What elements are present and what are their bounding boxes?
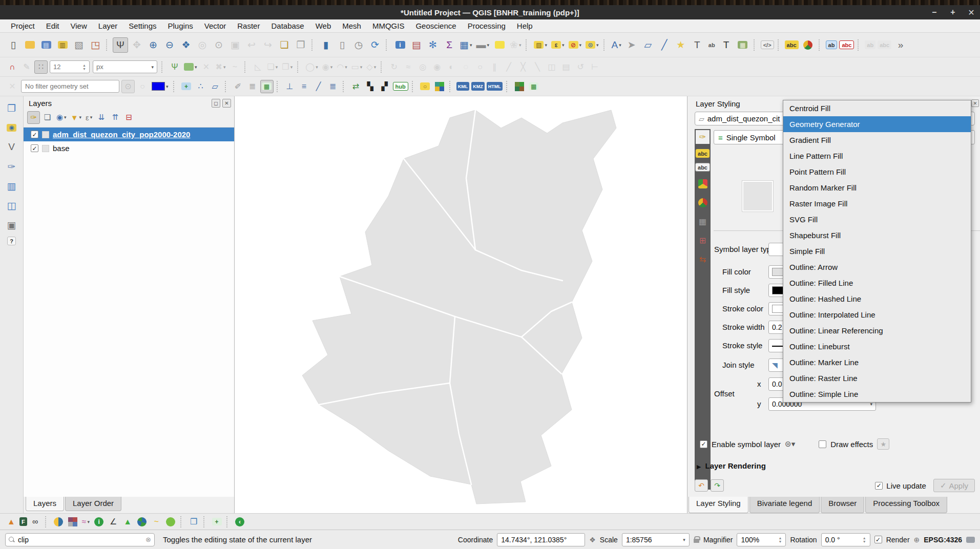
close-panel-icon[interactable]: ✕ — [222, 99, 231, 108]
measure-button[interactable]: ▬▾ — [474, 37, 491, 53]
symbol-layer-type-option[interactable]: Centroid Fill — [783, 100, 971, 116]
layer-labeling-button[interactable]: abc — [785, 40, 799, 49]
deselect-all-button[interactable]: ⊘▾ — [567, 37, 583, 53]
add-text-annotation-button[interactable]: T — [690, 37, 705, 53]
layer-diagram-button[interactable] — [800, 37, 816, 53]
lock-scale-icon[interactable] — [694, 539, 699, 543]
profile-diagonal-button[interactable]: ╱ — [312, 80, 325, 93]
symbol-layer-type-option[interactable]: Point Pattern Fill — [783, 164, 971, 180]
pan-map-button[interactable]: Ψ — [113, 37, 128, 53]
add-line-annotation-button[interactable]: ╱ — [657, 37, 672, 53]
relations-tab-icon[interactable]: ⊞ — [696, 234, 710, 247]
digitize-size-spin[interactable]: 12▲▼ — [50, 60, 90, 73]
tab-layer-styling[interactable]: Layer Styling — [689, 497, 748, 513]
add-polygon-feature-button[interactable]: ▱ — [208, 80, 222, 93]
apply-button[interactable]: ✓ Apply — [933, 479, 975, 492]
symbol-layer-type-option[interactable]: Outline: Filled Line — [783, 275, 971, 291]
symbol-layer-type-option[interactable]: Simple Fill — [783, 243, 971, 259]
add-polygon-annotation-button[interactable]: ▱ — [640, 37, 656, 53]
python-console-button[interactable] — [52, 515, 65, 529]
add-html-annotation-button[interactable]: ab — [706, 40, 717, 49]
symbol-layer-type-option[interactable]: Gradient Fill — [783, 132, 971, 148]
globe-plugin-button[interactable] — [135, 515, 149, 529]
extents-toggle-icon[interactable]: ❖ — [589, 536, 596, 544]
symbol-layer-type-option[interactable]: Geometry Generator — [783, 116, 971, 132]
menu-layer[interactable]: Layer — [93, 19, 123, 33]
menu-settings[interactable]: Settings — [123, 19, 162, 33]
symbol-layer-type-option[interactable]: Outline: Marker Line — [783, 354, 971, 370]
maximize-button[interactable]: + — [947, 8, 958, 17]
add-group-button[interactable]: ❏ — [41, 111, 54, 124]
matrix-plugin-button[interactable] — [66, 515, 79, 529]
symbol-layer-type-option[interactable]: Raster Image Fill — [783, 196, 971, 212]
draw-effects-checkbox[interactable] — [819, 440, 826, 448]
menu-vector[interactable]: Vector — [199, 19, 232, 33]
layer-item[interactable]: ✓adm_dist_quezon_city_pop2000-2020 — [24, 128, 234, 141]
swap-direction-button[interactable]: ⇄ — [349, 80, 363, 93]
ftools-plugin-button[interactable]: F — [19, 517, 27, 526]
remove-layer-button[interactable]: ⊟ — [122, 111, 135, 124]
new-project-button[interactable]: ▯ — [6, 37, 21, 53]
expand-all-button[interactable]: ⇊ — [95, 111, 108, 124]
snapping-button[interactable]: ∩ — [6, 60, 19, 74]
value-tool-button[interactable]: i — [92, 515, 106, 529]
tab-bivariate-legend[interactable]: Bivariate legend — [749, 497, 820, 513]
live-update-checkbox[interactable]: ✓ — [875, 482, 883, 490]
menu-mesh[interactable]: Mesh — [337, 19, 367, 33]
layer-rendering-section[interactable]: ▶Layer Rendering — [697, 461, 766, 470]
checker-pattern-button[interactable]: ▚ — [364, 80, 377, 93]
geometry-checker-button[interactable]: ✐ — [232, 80, 245, 93]
toolbar-overflow-button[interactable]: » — [893, 37, 908, 53]
symbol-layer-type-option[interactable]: Shapeburst Fill — [783, 227, 971, 243]
diagrams-tab-icon[interactable] — [696, 196, 710, 209]
menu-web[interactable]: Web — [310, 19, 337, 33]
locator-search-input[interactable] — [18, 536, 142, 544]
crs-status-button[interactable]: EPSG:4326 — [924, 536, 962, 544]
add-wms-layer-button[interactable]: ▣ — [4, 217, 19, 233]
show-bookmarks-button[interactable]: ▯ — [335, 37, 350, 53]
symbol-layer-type-option[interactable]: Outline: Arrow — [783, 259, 971, 275]
grid-snap-button[interactable]: ∷ — [34, 60, 48, 74]
enable-tracing-button[interactable]: Ψ — [168, 60, 181, 74]
clear-search-icon[interactable]: ⊗ — [145, 536, 151, 543]
search-poi-button[interactable]: ○ — [419, 80, 432, 93]
symbol-layer-type-option[interactable]: Outline: Simple Line — [783, 386, 971, 402]
symbol-layer-type-option[interactable]: Outline: Lineburst — [783, 339, 971, 354]
tab-layers[interactable]: Layers — [26, 497, 64, 511]
map-tips-button[interactable] — [492, 37, 507, 53]
plot-plugin-button[interactable]: ∠ — [107, 515, 120, 529]
add-vector-layer-button[interactable]: V — [4, 139, 19, 155]
project-properties-button[interactable]: ▧ — [71, 37, 87, 53]
redo-button[interactable]: ↷ — [711, 479, 724, 492]
menu-plugins[interactable]: Plugins — [162, 19, 199, 33]
html-export-button[interactable]: HTML — [487, 82, 503, 91]
new-3d-map-view-button[interactable]: ❐ — [293, 37, 308, 53]
enable-symbol-layer-checkbox[interactable]: ✓ — [700, 440, 707, 448]
annotation-text-button[interactable]: A▾ — [610, 37, 623, 53]
help-button[interactable]: ? — [7, 237, 16, 245]
duplicate-layers-button[interactable]: ❐ — [187, 515, 200, 529]
symbol-preview[interactable] — [742, 180, 774, 212]
symbol-layer-type-option[interactable]: SVG Fill — [783, 212, 971, 227]
menu-processing[interactable]: Processing — [462, 19, 511, 33]
scale-combo[interactable]: 1:85756▾ — [622, 533, 690, 546]
zoom-out-button[interactable]: ⊖ — [162, 37, 177, 53]
menu-view[interactable]: View — [65, 19, 93, 33]
mosaic-tool-button[interactable] — [513, 80, 526, 93]
temporal-controller-button[interactable]: ◷ — [351, 37, 366, 53]
menu-project[interactable]: Project — [5, 19, 40, 33]
avoid-overlap-button[interactable]: ▾ — [182, 60, 199, 74]
open-project-button[interactable] — [22, 37, 37, 53]
menu-edit[interactable]: Edit — [40, 19, 65, 33]
mmqgis-plugin-button[interactable]: ▲ — [5, 515, 18, 529]
new-bookmark-button[interactable]: ▮ — [318, 37, 333, 53]
layer-visibility-checkbox[interactable]: ✓ — [31, 131, 38, 138]
locator-search[interactable]: ⊗ — [5, 533, 155, 546]
layer-visibility-checkbox[interactable]: ✓ — [31, 144, 38, 152]
collapse-all-button[interactable]: ⇈ — [109, 111, 121, 124]
styling-close-icon[interactable]: ✕ — [971, 99, 979, 107]
move-annotation-button[interactable]: ➤ — [624, 37, 639, 53]
refresh-button[interactable]: ⟳ — [367, 37, 383, 53]
float-panel-icon[interactable]: ◻ — [212, 99, 220, 108]
add-spatialite-layer-button[interactable]: ◉ — [4, 120, 19, 135]
